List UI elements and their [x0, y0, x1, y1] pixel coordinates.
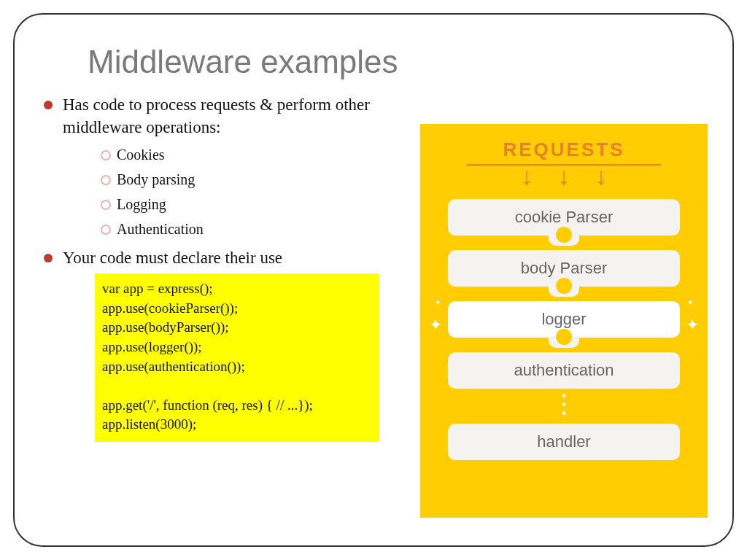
sub-bullet-cookies: Cookies [101, 144, 409, 165]
arrows-row: ↓ ↓ ↓ [445, 164, 683, 189]
mw-box-handler: handler [448, 424, 680, 460]
sub-bullet-list: Cookies Body parsing Logging Authenticat… [63, 144, 409, 239]
sparkle-icon: ✦ [686, 316, 699, 335]
sparkle-icon: ✦ [429, 316, 442, 335]
arrow-down-icon: ↓ [595, 164, 608, 189]
arrow-down-icon: ↓ [558, 164, 570, 189]
slide-frame: Middleware examples Has code to process … [13, 13, 734, 547]
bullet-intro: Has code to process requests & perform o… [44, 93, 409, 239]
code-snippet: var app = express(); app.use(cookieParse… [95, 273, 379, 442]
connector-icon [445, 338, 683, 352]
sub-bullet-logging: Logging [101, 194, 409, 214]
mw-box-logger-label: logger [541, 310, 586, 329]
connector-icon [445, 236, 683, 250]
arrow-down-icon: ↓ [521, 164, 533, 189]
requests-label: REQUESTS [445, 139, 683, 161]
ellipsis-vertical-icon: ••• [445, 389, 683, 424]
connector-icon [445, 287, 683, 301]
sub-bullet-body-parsing: Body parsing [101, 169, 409, 190]
left-column: Has code to process requests & perform o… [44, 93, 409, 442]
sparkle-icon: ✦ [435, 298, 441, 306]
middleware-diagram: REQUESTS ↓ ↓ ↓ cookie Parser body Parser… [420, 124, 708, 518]
mw-box-authentication: authentication [448, 352, 680, 389]
bullet-list: Has code to process requests & perform o… [44, 93, 409, 269]
slide-title: Middleware examples [88, 44, 703, 80]
bullet-intro-text: Has code to process requests & perform o… [63, 96, 370, 136]
sub-bullet-authentication: Authentication [101, 219, 409, 239]
bullet-declare: Your code must declare their use [44, 246, 409, 269]
sparkle-icon: ✦ [687, 298, 693, 306]
